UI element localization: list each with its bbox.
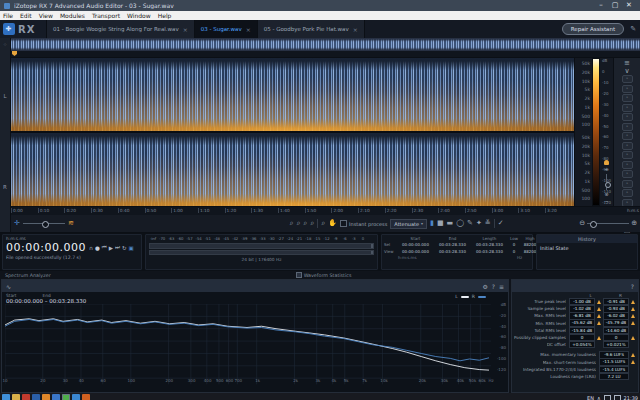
module-menu-icon[interactable]: ≡ <box>624 60 630 66</box>
spectrum-plot[interactable]: 10203040601002003004005006007001k2k3k4k5… <box>5 304 491 384</box>
find-similar-icon[interactable]: ✓ <box>498 220 504 227</box>
play-icon[interactable]: ▶ <box>109 245 113 251</box>
zoom-selection-icon[interactable]: ⌕ <box>304 220 308 227</box>
zoom-out-horizontal-icon[interactable]: ⊖ <box>579 220 585 227</box>
spectrogram-channel-r[interactable] <box>11 133 574 206</box>
go-to-start-icon[interactable]: ⏮ <box>102 244 107 251</box>
module-icon[interactable]: ◦ <box>622 94 633 102</box>
menu-item-transport[interactable]: Transport <box>92 12 120 19</box>
panel-toggle-icon[interactable]: ✎ <box>630 25 636 33</box>
file-explorer-taskbar-icon[interactable] <box>12 394 20 400</box>
zoom-out-vertical-icon[interactable]: − <box>604 199 608 204</box>
wand-tool[interactable]: ✦ <box>476 220 482 227</box>
grab-hand-icon[interactable]: ✋ <box>328 220 337 227</box>
module-icon[interactable]: ◦ <box>622 151 633 159</box>
module-icon[interactable]: ◦ <box>622 113 633 121</box>
time-freq-selection-tool[interactable]: ■ <box>437 220 444 227</box>
file-tab[interactable]: 05 - Goodbye Pork Pie Hat.wav× <box>258 20 365 38</box>
zoom-reset-icon[interactable]: ⌕ <box>311 220 315 227</box>
lasso-tool[interactable]: ◯ <box>456 220 464 227</box>
freq-selection-tool[interactable]: ▬ <box>447 220 454 227</box>
go-to-end-icon[interactable]: ⏭ <box>115 244 120 251</box>
minimize-button[interactable]: – <box>594 0 608 11</box>
slider-knob[interactable] <box>42 221 49 228</box>
collapse-chevron-icon[interactable]: ∨ <box>624 68 629 74</box>
app-gear-taskbar-icon[interactable] <box>82 394 90 400</box>
headphones-icon[interactable]: ∩ <box>89 245 93 251</box>
zoom-in-horizontal-icon[interactable]: ⊕ <box>631 220 637 227</box>
menu-item-view[interactable]: View <box>39 12 53 19</box>
record-icon[interactable]: ● <box>95 245 100 251</box>
blend-slider[interactable] <box>23 223 65 224</box>
menu-item-edit[interactable]: Edit <box>20 12 32 19</box>
module-icon[interactable]: ◦ <box>622 161 633 169</box>
module-icon[interactable]: ◦ <box>622 189 633 197</box>
module-icon[interactable]: ◦ <box>622 170 633 178</box>
spectrum-analyzer-title[interactable]: Spectrum Analyzer <box>5 273 51 278</box>
help-icon[interactable]: ? <box>492 283 495 290</box>
module-icon[interactable]: ◦ <box>622 180 633 188</box>
close-tab-icon[interactable]: × <box>353 26 358 33</box>
module-icon[interactable]: ◦ <box>622 123 633 131</box>
module-icon[interactable]: ◦ <box>622 142 633 150</box>
app-sphere-taskbar-icon[interactable] <box>72 394 80 400</box>
module-icon[interactable]: ◦ <box>622 132 633 140</box>
loop-icon[interactable]: ↻ <box>122 245 127 251</box>
history-item[interactable]: Initial State <box>537 243 637 253</box>
layers-icon[interactable]: ≋ <box>68 220 74 227</box>
menu-item-modules[interactable]: Modules <box>60 12 85 19</box>
app-navy-taskbar-icon[interactable] <box>32 394 40 400</box>
volume-icon[interactable] <box>614 395 621 400</box>
marker-lane[interactable] <box>11 51 640 58</box>
compare-icon[interactable]: ✛ <box>14 220 20 227</box>
title-bar[interactable]: iZotope RX 7 Advanced Audio Editor - 03 … <box>0 0 640 11</box>
file-tab[interactable]: 03 - Sugar.wav× <box>195 20 258 38</box>
zoom-reset-icon[interactable]: ⊗ <box>604 192 608 197</box>
language-indicator[interactable]: EN <box>587 395 594 400</box>
close-tab-icon[interactable]: × <box>246 26 251 33</box>
menu-item-window[interactable]: Window <box>127 12 151 19</box>
menu-item-help[interactable]: Help <box>158 12 172 19</box>
waveform-statistics-title[interactable]: Waveform Statistics <box>296 272 352 278</box>
help-icon[interactable]: ? <box>631 283 634 290</box>
checkbox-icon[interactable] <box>296 272 302 278</box>
time-ruler[interactable]: 0:000:100:200:300:400:501:001:101:201:30… <box>11 206 640 215</box>
horizontal-zoom-slider[interactable] <box>587 223 629 224</box>
monitor-icon[interactable]: ▣ <box>129 245 134 251</box>
slider-knob[interactable] <box>590 221 597 228</box>
instant-process-toggle[interactable]: Instant process <box>340 220 387 227</box>
menu-item-file[interactable]: File <box>3 12 13 19</box>
selection-time-unit[interactable]: h:m:s.ms <box>398 255 416 260</box>
spectrogram-display[interactable] <box>11 58 574 206</box>
frequency-ruler[interactable]: 50k20k10k5k2k1k50010050k20k10k5k2k1k5001… <box>574 58 592 206</box>
bell-icon[interactable] <box>604 160 609 165</box>
repair-assistant-button[interactable]: Repair Assistant <box>562 23 624 35</box>
module-icon[interactable]: ◦ <box>622 104 633 112</box>
app-red-taskbar-icon[interactable] <box>22 394 30 400</box>
magnifier-icon[interactable]: ⌕ <box>321 220 325 227</box>
preset-menu-icon[interactable]: ≡ <box>499 283 504 290</box>
zoom-in-vertical-icon[interactable]: + <box>604 167 608 172</box>
zoom-in-icon[interactable]: ⌕ <box>290 220 294 227</box>
start-taskbar-icon[interactable] <box>2 394 10 400</box>
vertical-zoom-slider[interactable] <box>606 174 608 190</box>
zoom-out-icon[interactable]: ⌕ <box>297 220 301 227</box>
gear-icon[interactable]: ⚙ <box>482 283 487 290</box>
module-icon[interactable]: ◦ <box>622 85 633 93</box>
network-icon[interactable] <box>604 395 611 400</box>
time-selection-tool[interactable]: ▮ <box>430 220 434 227</box>
maximize-button[interactable]: ▢ <box>608 0 622 11</box>
app-blue-taskbar-icon[interactable] <box>52 394 60 400</box>
tray-expand-icon[interactable]: ∧ <box>597 395 601 400</box>
module-icon[interactable]: ◦ <box>622 75 633 83</box>
app-orange-taskbar-icon[interactable] <box>42 394 50 400</box>
waveform-overview-strip[interactable] <box>11 38 640 51</box>
checkbox-icon[interactable] <box>340 220 347 227</box>
brush-tool[interactable]: ✎ <box>467 220 473 227</box>
rx-app-taskbar-icon[interactable] <box>62 394 70 400</box>
time-ruler-unit[interactable]: h:m:s <box>627 208 639 213</box>
process-mode-dropdown[interactable]: Attenuate▾ <box>390 219 427 229</box>
spectrogram-channel-l[interactable] <box>11 58 574 131</box>
playhead-marker[interactable] <box>12 51 17 56</box>
slope-tool[interactable]: ≚ <box>485 220 491 227</box>
